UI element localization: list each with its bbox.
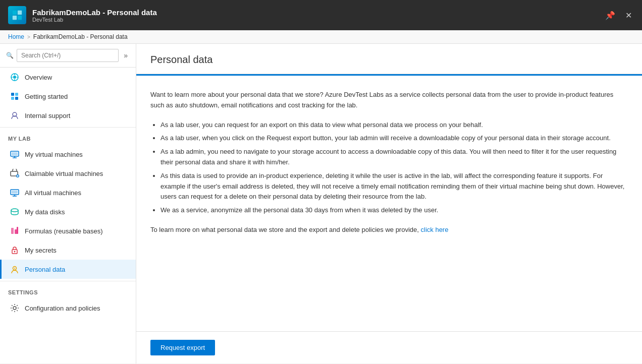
settings-section-label: SETTINGS	[0, 283, 136, 298]
sidebar-item-all-virtual-machines[interactable]: All virtual machines	[0, 183, 136, 202]
bullet-item-2: As a lab user, when you click on the Req…	[161, 133, 628, 144]
my-lab-section-label: MY LAB	[0, 130, 136, 145]
sidebar-search-bar: 🔍 »	[0, 44, 136, 68]
svg-rect-28	[11, 228, 14, 234]
claimable-vm-icon	[10, 168, 20, 178]
svg-rect-16	[12, 152, 18, 155]
bullet-item-3: As a lab admin, you need to navigate to …	[161, 147, 628, 168]
svg-point-34	[14, 268, 15, 269]
click-here-link[interactable]: click here	[421, 226, 449, 233]
secrets-icon	[10, 245, 20, 255]
sidebar: 🔍 » Overview Getting started Internal su…	[0, 44, 136, 363]
sidebar-item-getting-started[interactable]: Getting started	[0, 87, 136, 106]
search-icon: 🔍	[6, 52, 14, 59]
overview-icon	[10, 72, 20, 82]
svg-rect-11	[15, 93, 18, 96]
svg-point-32	[14, 251, 16, 253]
breadcrumb-separator: >	[27, 34, 30, 40]
sidebar-item-configuration-and-policies[interactable]: Configuration and policies	[0, 298, 136, 318]
svg-rect-1	[18, 11, 22, 15]
sidebar-item-label-claimable-vms: Claimable virtual machines	[25, 170, 103, 177]
svg-rect-13	[15, 97, 18, 100]
request-export-button[interactable]: Request export	[150, 340, 215, 355]
svg-rect-24	[12, 191, 18, 194]
svg-point-5	[13, 76, 16, 79]
close-button[interactable]: ✕	[623, 9, 634, 22]
svg-rect-12	[11, 97, 14, 100]
personal-data-icon	[10, 264, 20, 274]
content-intro-text: Want to learn more about your personal d…	[150, 90, 628, 111]
sidebar-item-label-internal-support: Internal support	[25, 112, 70, 119]
sidebar-item-my-secrets[interactable]: My secrets	[0, 240, 136, 260]
svg-rect-2	[13, 16, 17, 20]
sidebar-item-personal-data[interactable]: Personal data	[0, 260, 136, 279]
svg-rect-30	[17, 227, 18, 234]
page-header: Personal data	[136, 44, 642, 74]
topbar-subtitle: DevTest Lab	[32, 17, 603, 23]
search-input[interactable]	[17, 49, 119, 62]
sidebar-divider-1	[0, 127, 136, 128]
formulas-icon	[10, 226, 20, 236]
breadcrumb-home-link[interactable]: Home	[8, 33, 24, 40]
layout: 🔍 » Overview Getting started Internal su…	[0, 44, 642, 363]
bullet-list: As a lab user, you can request for an ex…	[150, 120, 628, 216]
content-body: Want to learn more about your personal d…	[136, 74, 642, 331]
all-vm-icon	[10, 188, 20, 198]
internal-support-icon	[10, 110, 20, 120]
sidebar-divider-2	[0, 281, 136, 281]
configuration-icon	[10, 303, 20, 313]
sidebar-item-formulas[interactable]: Formulas (reusable bases)	[0, 221, 136, 240]
topbar-title-group: FabrikamDemoLab - Personal data DevTest …	[32, 8, 603, 23]
sidebar-item-claimable-virtual-machines[interactable]: Claimable virtual machines	[0, 164, 136, 183]
content-footer-text: To learn more on what personal data we s…	[150, 225, 628, 235]
breadcrumb: Home > FabrikamDemoLab - Personal data	[0, 30, 642, 44]
svg-rect-3	[18, 16, 22, 20]
svg-rect-10	[11, 93, 14, 96]
sidebar-item-my-data-disks[interactable]: My data disks	[0, 202, 136, 221]
sidebar-item-label-formulas: Formulas (reusable bases)	[25, 227, 103, 235]
topbar-actions: 📌 ✕	[603, 9, 634, 22]
sidebar-item-label-data-disks: My data disks	[25, 208, 65, 216]
sidebar-item-internal-support[interactable]: Internal support	[0, 106, 136, 125]
footer-text-span: To learn more on what personal data we s…	[150, 226, 419, 233]
sidebar-item-label-personal-data: Personal data	[25, 266, 65, 273]
bullet-item-4: As this data is used to provide an in-pr…	[161, 171, 628, 202]
sidebar-item-label-my-virtual-machines: My virtual machines	[25, 151, 83, 158]
vm-icon	[10, 149, 20, 159]
pin-button[interactable]: 📌	[603, 9, 617, 22]
main-content: Personal data Want to learn more about y…	[136, 44, 642, 363]
sidebar-item-my-virtual-machines[interactable]: My virtual machines	[0, 145, 136, 164]
svg-rect-0	[13, 11, 17, 15]
sidebar-item-label-all-vms: All virtual machines	[25, 189, 81, 197]
sidebar-item-label-configuration: Configuration and policies	[25, 305, 100, 312]
svg-point-27	[11, 209, 18, 212]
data-disks-icon	[10, 207, 20, 217]
page-title: Personal data	[150, 54, 628, 66]
footer-bar: Request export	[136, 331, 642, 363]
svg-point-35	[13, 307, 16, 310]
bullet-item-1: As a lab user, you can request for an ex…	[161, 120, 628, 131]
getting-started-icon	[10, 91, 20, 101]
topbar: FabrikamDemoLab - Personal data DevTest …	[0, 0, 642, 30]
breadcrumb-current: FabrikamDemoLab - Personal data	[33, 33, 128, 40]
app-logo	[8, 6, 26, 24]
sidebar-item-overview[interactable]: Overview	[0, 68, 136, 87]
collapse-sidebar-button[interactable]: »	[122, 50, 130, 60]
bullet-item-5: We as a service, anonymize all the perso…	[161, 205, 628, 216]
sidebar-item-label-secrets: My secrets	[25, 247, 57, 254]
sidebar-item-label-overview: Overview	[25, 74, 52, 81]
sidebar-item-label-getting-started: Getting started	[25, 93, 68, 100]
topbar-main-title: FabrikamDemoLab - Personal data	[32, 8, 603, 17]
